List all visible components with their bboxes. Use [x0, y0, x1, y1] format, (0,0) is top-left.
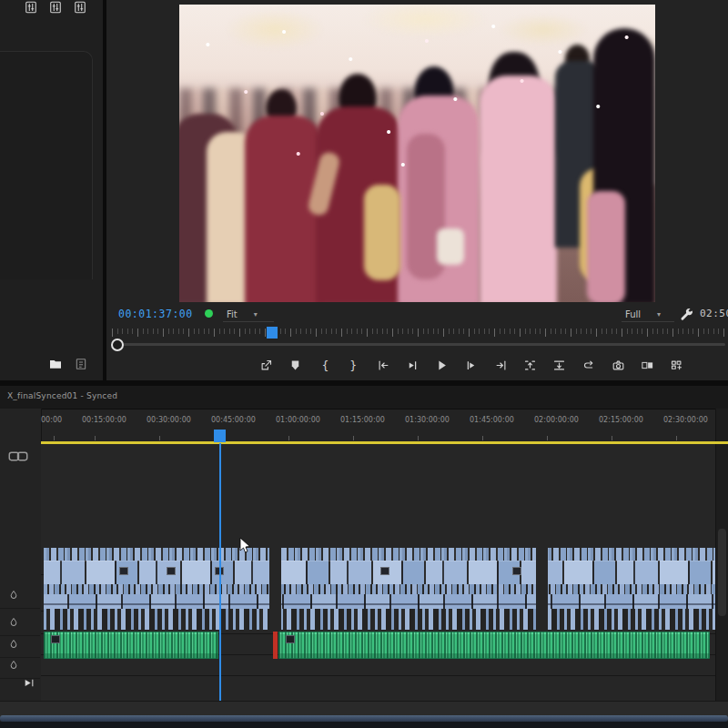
ruler-tick: [482, 436, 483, 440]
audio-clip-green[interactable]: [278, 632, 710, 659]
playback-resolution-dropdown[interactable]: Full ▾: [622, 307, 674, 322]
chevron-down-icon: ▾: [657, 310, 661, 318]
comparison-view-icon[interactable]: [638, 355, 658, 375]
svg-text:{: {: [321, 359, 329, 372]
timeline-bottom-strip: [0, 701, 728, 716]
linked-selection-icon[interactable]: [7, 449, 29, 460]
ruler-tick: [95, 436, 96, 440]
duration-timecode: 02:50: [700, 308, 728, 319]
go-to-in-icon[interactable]: [373, 355, 393, 375]
audio-track-clips-a2[interactable]: [44, 609, 715, 630]
clip-gap: [269, 548, 281, 630]
timeline-playhead-line: [219, 443, 221, 701]
audio-track-a4-icon[interactable]: [8, 659, 19, 676]
mixer-icon-3[interactable]: [73, 0, 87, 15]
timeline-horizontal-scrollbar[interactable]: [0, 715, 728, 722]
loop-icon[interactable]: [579, 355, 599, 375]
ruler-tick: [288, 436, 289, 440]
ruler-label: 00:30:00:00: [147, 416, 191, 424]
fx-badge: [380, 567, 389, 575]
ruler-label: 01:30:00:00: [405, 416, 450, 424]
video-frame: [179, 5, 655, 302]
vertical-scroll-thumb[interactable]: [718, 529, 726, 616]
clip-gap: [536, 548, 548, 630]
video-figure: [364, 185, 400, 280]
snap-icon[interactable]: [22, 675, 36, 687]
play-icon[interactable]: [432, 355, 452, 375]
video-figure: [587, 191, 625, 302]
timeline-playhead-handle[interactable]: [214, 430, 226, 442]
new-bin-icon[interactable]: [74, 357, 88, 375]
zoom-level-dropdown[interactable]: Fit ▾: [223, 307, 274, 322]
ruler-label: 01:45:00:00: [470, 416, 514, 424]
window-bottom-edge: [0, 722, 728, 728]
export-icon[interactable]: [256, 355, 276, 375]
mixer-icon-1[interactable]: [24, 0, 38, 15]
mark-in-icon[interactable]: {: [315, 355, 335, 375]
fx-badge: [119, 567, 128, 575]
ruler-tick: [54, 436, 55, 440]
ruler-label: 00:45:00:00: [211, 416, 256, 424]
settings-wrench-icon[interactable]: [679, 307, 694, 322]
video-track-clips-v2[interactable]: [44, 561, 715, 584]
chevron-down-icon: ▾: [254, 310, 258, 318]
audio-clip-green[interactable]: [44, 632, 218, 659]
track-header-column: [0, 409, 42, 723]
monitor-scroll-knob[interactable]: [111, 339, 124, 351]
timeline-ruler[interactable]: 00:0000:15:00:0000:30:00:0000:45:00:0001…: [41, 409, 728, 443]
left-tool-panel: [0, 0, 103, 382]
ruler-label: 01:00:00:00: [276, 416, 320, 424]
timeline-panel: X_finalSynced01 - Synced 00:0000:15:00:0…: [0, 386, 728, 728]
timeline-tab[interactable]: X_finalSynced01 - Synced: [7, 391, 117, 400]
folder-icon[interactable]: [48, 357, 63, 375]
monitor-zoom-scrollbar[interactable]: [117, 343, 725, 346]
zoom-level-value: Fit: [227, 309, 238, 319]
button-editor-icon[interactable]: [667, 355, 687, 375]
left-subpanel: [0, 51, 93, 279]
timeline-tab-bar: X_finalSynced01 - Synced: [0, 386, 728, 410]
clip-badge: [286, 635, 295, 643]
dropped-frame-indicator: [205, 309, 213, 318]
ruler-label: 02:00:00:00: [534, 416, 579, 424]
step-forward-icon[interactable]: [461, 355, 481, 375]
go-to-out-icon[interactable]: [490, 355, 511, 375]
ruler-label: 01:15:00:00: [340, 416, 385, 424]
audio-track-clips-a3[interactable]: [41, 632, 715, 659]
ruler-label: 02:30:00:00: [663, 416, 708, 424]
video-track-clips-v3[interactable]: [44, 548, 715, 561]
lift-icon[interactable]: [521, 355, 541, 375]
audio-clip-red[interactable]: [273, 632, 278, 659]
audio-track-a3-icon[interactable]: [8, 638, 19, 655]
monitor-playhead[interactable]: [267, 327, 278, 339]
monitor-status-row: 00:01:37:00 Fit ▾ Full ▾ 02:50: [106, 304, 728, 326]
video-track-clips-v1[interactable]: [44, 584, 715, 594]
ruler-tick: [676, 436, 677, 440]
render-bar-yellow: [41, 441, 728, 444]
audio-track-clips-a1[interactable]: [44, 594, 715, 609]
premiere-app-window: 00:01:37:00 Fit ▾ Full ▾ 02:50 {} X_fi: [0, 0, 728, 728]
monitor-time-ruler[interactable]: [112, 329, 725, 338]
svg-text:}: }: [349, 359, 357, 372]
transport-controls: {}: [256, 354, 687, 376]
fx-badge: [167, 567, 176, 575]
mixer-icon-row: [24, 0, 96, 15]
ruler-label: 02:15:00:00: [599, 416, 643, 424]
ruler-tick: [353, 436, 354, 440]
ruler-tick: [547, 436, 548, 440]
mixer-icon-2[interactable]: [48, 0, 63, 15]
timeline-vertical-scrollbar[interactable]: [715, 409, 728, 723]
extract-icon[interactable]: [550, 355, 570, 375]
mark-out-icon[interactable]: }: [344, 355, 364, 375]
current-timecode[interactable]: 00:01:37:00: [118, 308, 193, 320]
mouse-cursor: [239, 537, 252, 553]
playback-resolution-value: Full: [625, 309, 641, 319]
panel-footer-icons: [48, 357, 103, 375]
export-frame-icon[interactable]: [608, 355, 628, 375]
fx-badge: [512, 567, 521, 575]
audio-track-a2-icon[interactable]: [8, 616, 19, 633]
add-marker-icon[interactable]: [285, 355, 305, 375]
ruler-tick: [612, 436, 612, 440]
timeline-tracks-area[interactable]: [41, 444, 715, 701]
audio-track-a1-icon[interactable]: [8, 589, 19, 606]
step-back-icon[interactable]: [402, 355, 422, 375]
